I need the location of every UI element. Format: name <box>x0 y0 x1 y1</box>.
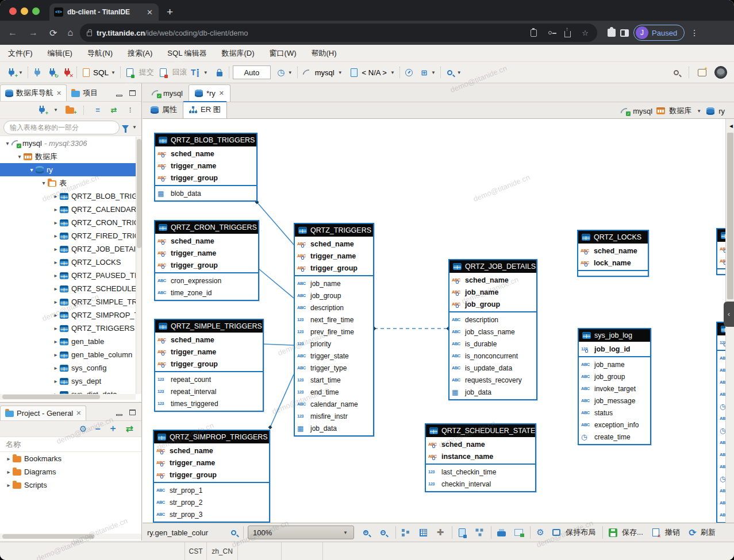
diagram-table-clipped[interactable]: 123ABCABCABCABC◷ABC◷ABCABCABC◷ABCABCABC <box>716 322 725 523</box>
expander-icon[interactable]: ▸ <box>52 259 60 265</box>
menu-item[interactable]: 文件(F) <box>8 48 33 59</box>
table-header[interactable]: QRTZ_LOCKS <box>578 231 648 244</box>
table-header[interactable]: QRTZ_SIMPROP_TRIGGERS <box>154 431 269 443</box>
column-row[interactable]: ABCstr_prop_1 <box>154 484 269 496</box>
column-row[interactable]: ▦blob_data <box>155 187 256 199</box>
table-header[interactable]: QRTZ_SIMPLE_TRIGGERS <box>155 320 263 333</box>
table-header[interactable]: QRTZ_TRIGGERS <box>295 224 373 237</box>
new-connection-dropdown-icon[interactable]: ▼ <box>18 70 23 75</box>
column-row[interactable]: ABCdescription <box>295 302 373 314</box>
column-row[interactable]: 123last_checkin_time <box>426 466 535 478</box>
tab-close-icon[interactable]: ✕ <box>56 90 62 97</box>
tree-item[interactable]: ▸sys_config <box>0 361 136 374</box>
column-row[interactable]: ABCexception_info <box>579 419 650 431</box>
auto-commit-combo[interactable]: Auto <box>233 65 271 79</box>
tree-item[interactable]: ▸QRTZ_FIRED_TRIGGERS <box>0 229 136 242</box>
save-icon[interactable] <box>607 526 618 539</box>
tree-item[interactable]: ▸QRTZ_SCHEDULER_STATE <box>0 282 136 295</box>
refresh-label[interactable]: 刷新 <box>701 527 716 538</box>
column-row[interactable]: ABCinstance_name <box>426 450 535 462</box>
column-row[interactable]: ABCjob_group <box>579 370 650 383</box>
hierarchy-icon[interactable] <box>474 526 485 539</box>
minimize-window-button[interactable] <box>21 7 28 15</box>
diagram-table[interactable]: QRTZ_LOCKSABCsched_nameABClock_name <box>577 230 649 277</box>
diagram-table[interactable]: QRTZ_TRIGGERSABCsched_nameABCtrigger_nam… <box>294 223 374 437</box>
breadcrumb-database[interactable]: ry <box>718 107 725 115</box>
menu-item[interactable]: 搜索(A) <box>128 48 152 59</box>
tree-item[interactable]: ▾mysql - mysql:3306 <box>0 137 136 150</box>
home-icon[interactable]: ⌂ <box>67 28 73 38</box>
mysql-dolphin-icon[interactable] <box>301 65 313 79</box>
tree-item[interactable]: ▸gen_table <box>0 335 136 348</box>
column-row[interactable]: 123repeat_interval <box>155 385 263 397</box>
diagram-table[interactable]: QRTZ_CRON_TRIGGERSABCsched_nameABCtrigge… <box>154 220 259 301</box>
table-filter-input[interactable] <box>3 121 120 134</box>
keep-layout-label[interactable]: 保持布局 <box>566 527 595 538</box>
tab-close-icon[interactable]: ✕ <box>76 410 81 417</box>
expander-icon[interactable]: ▸ <box>52 193 60 199</box>
column-row[interactable]: 123job_log_id <box>579 343 650 355</box>
view-menu-icon[interactable]: ⁞ <box>124 103 136 117</box>
column-row[interactable]: ABCstatus <box>579 407 650 419</box>
zoom-window-button[interactable] <box>32 7 40 15</box>
column-row[interactable]: ABCdescription <box>449 314 536 326</box>
clipboard-icon[interactable] <box>531 29 537 37</box>
zoom-out-icon[interactable]: − <box>377 526 389 539</box>
column-row[interactable]: ABCtrigger_name <box>155 247 258 259</box>
collapsed-panel-handle[interactable]: ‹ <box>724 302 734 327</box>
network-icon[interactable]: ⊞ <box>418 65 430 79</box>
password-key-icon[interactable] <box>548 31 552 34</box>
column-row[interactable]: ABCjob_group <box>449 298 536 310</box>
diagram-settings-icon[interactable]: ⚙ <box>535 526 546 539</box>
menu-item[interactable]: 编辑(E) <box>48 48 72 59</box>
extensions-icon[interactable] <box>608 29 616 37</box>
collapse-left-icon[interactable]: ◂ <box>729 122 733 130</box>
table-header[interactable]: QRTZ_JOB_DETAILS <box>449 260 536 273</box>
database-dropdown-icon[interactable]: ▼ <box>390 70 395 75</box>
url-text[interactable]: try.titanide.cn/ide/web/coding/db-client… <box>97 29 526 37</box>
column-row[interactable]: 123end_time <box>295 386 373 398</box>
nav-new-connection-icon[interactable]: + <box>36 103 48 117</box>
maximize-panel-icon[interactable] <box>129 90 136 96</box>
save-label[interactable]: 保存... <box>622 527 643 538</box>
column-row[interactable]: ABCtrigger_group <box>155 358 263 370</box>
column-row[interactable]: ABCtrigger_group <box>155 259 258 271</box>
print-icon[interactable] <box>495 526 507 539</box>
column-row[interactable]: ◷create_time <box>579 431 650 443</box>
diagram-table[interactable]: sys_job_log123job_log_idABCjob_nameABCjo… <box>578 328 651 445</box>
side-panel-icon[interactable] <box>620 29 629 37</box>
expander-icon[interactable]: ▸ <box>52 246 60 252</box>
tree-item[interactable]: ▸QRTZ_JOB_DETAILS <box>0 242 136 256</box>
pan-icon[interactable]: ✚ <box>435 526 446 539</box>
history-dropdown-icon[interactable]: ▼ <box>288 70 293 75</box>
forward-icon[interactable]: → <box>29 28 38 38</box>
active-database-label[interactable]: < N/A > <box>362 65 387 79</box>
share-icon[interactable] <box>564 31 571 37</box>
refresh-icon[interactable]: ⟳ <box>687 526 698 539</box>
navigator-vscrollbar[interactable] <box>136 137 141 394</box>
column-row[interactable]: ABCtrigger_group <box>155 172 256 184</box>
expander-icon[interactable]: ▸ <box>52 233 60 239</box>
zoom-level-combo[interactable]: 100% ▼ <box>248 526 354 539</box>
reload-icon[interactable]: ⟳ <box>49 28 57 38</box>
tree-item[interactable]: ▸QRTZ_BLOB_TRIGGERS <box>0 190 136 203</box>
tree-item[interactable]: ▸gen_table_column <box>0 348 136 361</box>
expander-icon[interactable]: ▸ <box>52 206 60 213</box>
search-dropdown-icon[interactable]: ▼ <box>457 70 462 75</box>
column-row[interactable]: ABCjob_name <box>579 358 650 370</box>
tree-item[interactable]: ▸QRTZ_SIMPROP_TRIGGERS <box>0 308 136 322</box>
column-row[interactable]: ABCsched_name <box>426 438 535 450</box>
user-globe-icon[interactable] <box>714 65 727 79</box>
tab-project-general[interactable]: Project - General ✕ <box>0 405 86 420</box>
breadcrumb-connection[interactable]: mysql <box>633 107 652 115</box>
transaction-dropdown-icon[interactable]: ▼ <box>203 70 208 75</box>
column-row[interactable]: ABCcalendar_name <box>295 398 373 410</box>
column-row[interactable]: ABCstr_prop_2 <box>154 496 269 508</box>
column-row[interactable]: ABCjob_class_name <box>449 326 536 338</box>
menu-item[interactable]: 窗口(W) <box>270 48 297 59</box>
tree-item[interactable]: ▸QRTZ_LOCKS <box>0 256 136 269</box>
column-row[interactable]: ABCjob_group <box>295 289 373 302</box>
expand-icon[interactable]: ＋ <box>109 423 118 435</box>
expander-icon[interactable]: ▾ <box>3 140 11 146</box>
tab-project-explorer[interactable]: 项目 <box>67 85 102 101</box>
